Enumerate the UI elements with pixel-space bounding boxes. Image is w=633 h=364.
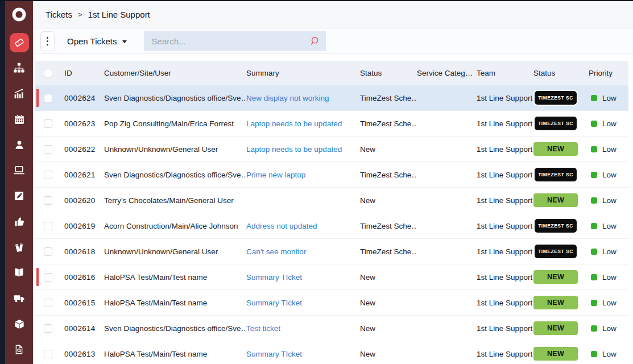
table-row[interactable]: 0002623 Pop Zig Consulting/Main/Erica Fo… bbox=[35, 111, 628, 136]
ticket-summary-link[interactable]: Summary TIcket bbox=[246, 273, 302, 282]
priority-label: Low bbox=[602, 247, 617, 256]
row-checkbox[interactable] bbox=[44, 171, 52, 179]
ticket-summary-link[interactable]: Summary TIcket bbox=[246, 299, 302, 307]
table-row[interactable]: 0002615 HaloPSA Test/Main/Test name Summ… bbox=[35, 290, 628, 316]
priority-label: Low bbox=[602, 299, 617, 307]
table-row[interactable]: 0002616 HaloPSA Test/Main/Test name Summ… bbox=[35, 264, 628, 290]
sidebar-item-assets[interactable] bbox=[5, 158, 33, 183]
row-checkbox[interactable] bbox=[44, 299, 52, 307]
ticket-id: 0002624 bbox=[61, 94, 104, 102]
priority-indicator bbox=[591, 274, 597, 280]
row-checkbox[interactable] bbox=[44, 273, 52, 282]
table-row[interactable]: 0002622 Unknown/Unknown/General User Lap… bbox=[35, 136, 628, 162]
search-input[interactable] bbox=[144, 36, 309, 46]
ticket-summary-link[interactable]: New display not working bbox=[246, 94, 329, 102]
row-checkbox[interactable] bbox=[44, 350, 52, 358]
sidebar-item-quotes[interactable] bbox=[5, 337, 33, 362]
table-row[interactable]: 0002613 HaloPSA Test/Main/Test name Summ… bbox=[35, 341, 628, 364]
sidebar-item-suppliers[interactable] bbox=[5, 286, 33, 311]
status-badge: NEW bbox=[533, 193, 578, 207]
priority-label: Low bbox=[602, 171, 617, 179]
search-icon[interactable] bbox=[309, 36, 320, 47]
ticket-customer: HaloPSA Test/Main/Test name bbox=[104, 299, 246, 307]
ticket-status: New bbox=[360, 196, 417, 205]
sidebar-item-knowledge-base[interactable] bbox=[5, 234, 33, 260]
ticket-team: 1st Line Support bbox=[477, 94, 533, 102]
row-checkbox[interactable] bbox=[44, 94, 52, 102]
col-header-status-badge[interactable]: Status bbox=[533, 69, 589, 77]
sidebar-item-approvals[interactable] bbox=[5, 209, 33, 234]
status-badge: NEW bbox=[533, 142, 578, 156]
col-header-summary[interactable]: Summary bbox=[246, 69, 360, 77]
view-selector-label: Open Tickets bbox=[67, 36, 117, 46]
ticket-status: TimeZest Sche… bbox=[360, 247, 417, 256]
status-badge: NEW bbox=[533, 270, 578, 284]
priority-indicator bbox=[591, 223, 597, 229]
view-selector-dropdown[interactable]: Open Tickets bbox=[67, 36, 127, 46]
halo-ring-icon bbox=[11, 7, 27, 24]
ticket-customer: Sven Diagnostics/Diagnostics office/Sve… bbox=[104, 94, 246, 102]
ticket-customer: Unknown/Unknown/General User bbox=[104, 247, 246, 256]
ticket-summary-link[interactable]: Laptop needs to be updated bbox=[246, 145, 342, 154]
kebab-icon bbox=[47, 37, 48, 39]
ticket-summary-link[interactable]: Laptop needs to be updated bbox=[246, 119, 342, 128]
ticket-summary-link[interactable]: Can't see monitor bbox=[246, 247, 306, 256]
ticket-summary-link[interactable]: Summary TIcket bbox=[246, 350, 302, 358]
table-row[interactable]: 0002620 Terry's Chocolates/Main/General … bbox=[35, 188, 628, 213]
status-badge: NEW bbox=[533, 296, 578, 309]
quote-document-icon bbox=[10, 340, 29, 359]
col-header-status[interactable]: Status bbox=[360, 69, 417, 77]
select-all-checkbox[interactable] bbox=[44, 69, 52, 77]
breadcrumb-tickets[interactable]: Tickets bbox=[45, 10, 72, 19]
row-checkbox[interactable] bbox=[44, 247, 52, 256]
ticket-id: 0002621 bbox=[61, 171, 104, 179]
sidebar-item-products[interactable] bbox=[5, 311, 33, 337]
ticket-status: New bbox=[360, 299, 417, 307]
ticket-customer: Sven Diagnostics/Diagnostics office/Sve… bbox=[104, 171, 246, 179]
sidebar-item-actions[interactable] bbox=[5, 183, 33, 209]
table-row[interactable]: 0002619 Acorn Construction/Main/Alice Jo… bbox=[35, 213, 628, 239]
row-checkbox[interactable] bbox=[44, 222, 52, 230]
status-badge: NEW bbox=[533, 347, 578, 361]
ticket-summary-link[interactable]: Test ticket bbox=[246, 324, 280, 333]
table-row[interactable]: 0002618 Unknown/Unknown/General User Can… bbox=[35, 239, 628, 264]
ticket-summary-link[interactable]: Prime new laptop bbox=[246, 171, 305, 179]
ticket-id: 0002615 bbox=[61, 299, 104, 307]
table-row[interactable]: 0002624 Sven Diagnostics/Diagnostics off… bbox=[35, 85, 628, 111]
sidebar-item-reports[interactable] bbox=[5, 81, 33, 106]
sidebar-item-calendar[interactable] bbox=[5, 106, 33, 132]
pencil-square-icon bbox=[10, 187, 29, 206]
ticket-id: 0002618 bbox=[61, 247, 104, 256]
sidebar-item-organisation[interactable] bbox=[5, 55, 33, 81]
halopsa-logo[interactable] bbox=[5, 1, 33, 30]
sidebar-item-documentation[interactable] bbox=[5, 260, 33, 286]
sidebar-item-tickets[interactable] bbox=[5, 30, 33, 55]
ticket-team: 1st Line Support bbox=[477, 324, 533, 333]
priority-label: Low bbox=[602, 324, 617, 333]
ticket-customer: Pop Zig Consulting/Main/Erica Forrest bbox=[104, 119, 246, 128]
row-checkbox[interactable] bbox=[44, 145, 52, 154]
ticket-customer: HaloPSA Test/Main/Test name bbox=[104, 273, 246, 282]
col-header-priority[interactable]: Priority bbox=[589, 69, 628, 77]
row-checkbox[interactable] bbox=[44, 119, 52, 128]
thumbs-up-icon bbox=[10, 212, 29, 231]
list-options-button[interactable] bbox=[40, 31, 55, 51]
ticket-id: 0002620 bbox=[61, 196, 104, 205]
sidebar-item-users[interactable] bbox=[5, 132, 33, 158]
row-checkbox[interactable] bbox=[44, 324, 52, 333]
chevron-down-icon bbox=[122, 40, 127, 43]
table-row[interactable]: 0002621 Sven Diagnostics/Diagnostics off… bbox=[35, 162, 628, 188]
ticket-summary-link[interactable]: Address not updated bbox=[246, 222, 317, 230]
col-header-id[interactable]: ID bbox=[61, 69, 104, 77]
priority-label: Low bbox=[602, 350, 617, 358]
table-row[interactable]: 0002614 Sven Diagnostics/Diagnostics off… bbox=[35, 316, 628, 341]
org-chart-icon bbox=[10, 59, 29, 78]
breadcrumb-separator: > bbox=[78, 10, 82, 19]
priority-indicator bbox=[591, 351, 597, 357]
col-header-team[interactable]: Team bbox=[477, 69, 533, 77]
row-checkbox[interactable] bbox=[44, 196, 52, 205]
ticket-id: 0002623 bbox=[61, 119, 104, 128]
col-header-service-category[interactable]: Service Categ… bbox=[417, 69, 477, 77]
tickets-table: ID Customer/Site/User Summary Status Ser… bbox=[35, 61, 628, 364]
col-header-customer[interactable]: Customer/Site/User bbox=[104, 69, 246, 77]
